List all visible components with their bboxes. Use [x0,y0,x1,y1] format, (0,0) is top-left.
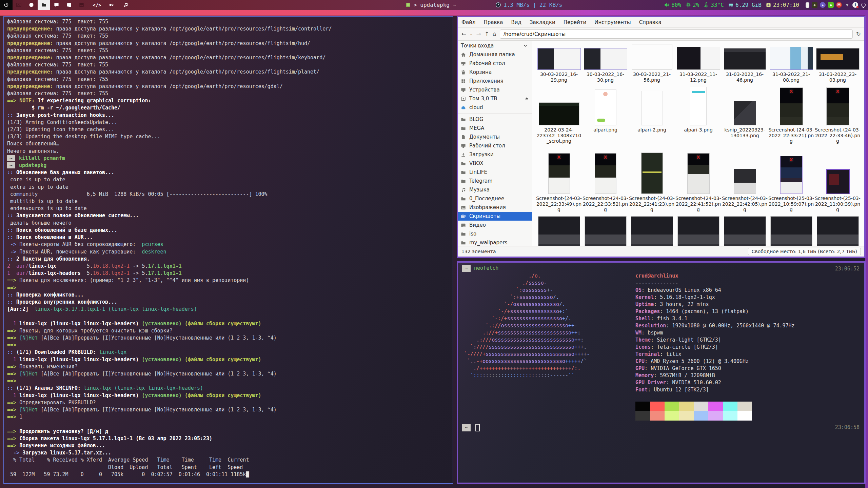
firefox-workspace-icon[interactable] [25,0,38,10]
folder-icon [461,117,467,122]
info-tray-icon[interactable]: i [852,2,858,8]
files-workspace-icon[interactable] [38,0,50,10]
chat-workspace-icon[interactable] [50,0,63,10]
file-item[interactable]: Screenshot-(24-03-2022_22:33:21).png [768,84,814,151]
sidebar-item-screenshots[interactable]: Скриншоты [458,212,532,221]
sidebar-item-label: Документы [469,134,500,140]
forward-button[interactable]: → [476,31,481,37]
file-item[interactable]: Screenshot-(24-03-2022_22:42:05).png [722,151,768,215]
home-button[interactable]: ⌂ [493,31,496,37]
back-button[interactable]: ← [461,31,466,37]
file-item[interactable] [582,215,629,246]
lamp-tray-icon[interactable] [806,2,809,8]
menu-Инструменты[interactable]: Инструменты [594,19,631,25]
file-item[interactable]: 30-03-2022_16-29.png [536,43,582,84]
sidebar-item-mega[interactable]: MEGA [458,124,532,133]
menu-Перейти[interactable]: Перейти [564,19,587,25]
file-item[interactable] [675,215,722,246]
sidebar-separator [458,113,532,114]
sidebar-item-wallpapers[interactable]: my_wallpapers [458,238,532,246]
file-item[interactable]: Screenshot-(24-03-2022_22:41:23).png [629,151,675,215]
sidebar-item-video[interactable]: Видео [458,221,532,229]
path-bar[interactable]: /home/crud/Скриншоты [500,29,853,39]
m-tray-icon[interactable]: M [836,2,842,8]
menu-Файл[interactable]: Файл [461,19,475,25]
info-label: Shell [635,316,651,322]
sidebar-item-telegram[interactable]: Telegram [458,177,532,185]
tri-tray-icon[interactable]: ▼ [844,2,850,8]
file-item[interactable]: Screenshot-(24-03-2022_22:33:49).png [536,151,582,215]
menu-Правка[interactable]: Правка [484,19,503,25]
sidebar-item-music[interactable]: Музыка [458,185,532,194]
menu-Закладки[interactable]: Закладки [530,19,555,25]
sidebar-item-desktop[interactable]: Рабочий стол [458,59,532,68]
terminal-line: -> Пакеты AUR, помеченные как устаревшие… [7,248,450,256]
music-icon[interactable] [118,0,133,10]
terminal-line: файловая система: 775 пакет: 755 [7,18,450,25]
file-item[interactable] [629,215,675,246]
sidebar-item-devices[interactable]: Устройства [458,85,532,94]
file-item[interactable] [722,215,768,246]
info-value: : 3 hours, 22 mins [654,301,709,307]
file-item[interactable]: 30-03-2022_16-30.png [582,43,629,84]
menu-Справка[interactable]: Справка [639,19,662,25]
file-item[interactable]: 2022-03-24-223742_1308x710_scrot.png [536,84,582,151]
sidebar-item-last[interactable]: 0_Последнее [458,194,532,203]
file-item[interactable]: alpari-3.png [675,84,722,151]
file-item[interactable]: Screenshot-(24-03-2022_22:33:52).png [582,151,629,215]
history-dropdown-icon[interactable]: ⌄ [470,32,473,36]
file-item[interactable]: ksnip_20220323-130133.png [722,84,768,151]
file-item[interactable]: Screenshot-(25-03-2022_11:00:39).png [814,151,861,215]
file-item[interactable]: alpari-2.png [629,84,675,151]
file-item[interactable]: Screenshot-(24-03-2022_22:41:52).png [675,151,722,215]
code-icon[interactable]: </> [90,0,104,10]
menu-Вид[interactable]: Вид [511,19,521,25]
bulb-tray-icon[interactable] [861,2,866,8]
file-item[interactable]: 31-03-2022_11-12.png [675,43,722,84]
neofetch-terminal-window[interactable]: 23:06:52 ~ neofetch ./o. ./sssso- `:osss… [457,261,866,484]
sidebar-item-downloads[interactable]: Загрузки [458,150,532,159]
sidebar-item-apps[interactable]: Приложения [458,77,532,85]
up-button[interactable]: ↑ [485,31,489,37]
terminal-workspace-icon[interactable] [13,0,25,10]
sidebar-item-desktop2[interactable]: Рабочий стол [458,141,532,150]
sidebar-item-linlife[interactable]: LinLIFE [458,168,532,177]
diamond-tray-icon[interactable]: ◈ [812,2,817,8]
sidebar-item-documents[interactable]: Документы [458,133,532,141]
file-item[interactable]: 30-03-2022_21-56.png [629,43,675,84]
file-item[interactable] [814,215,861,246]
ram-icon [728,2,733,7]
sidebar-item-pictures[interactable]: Изображения [458,203,532,212]
sidebar-item-iso[interactable]: iso [458,229,532,238]
reload-button[interactable]: ↻ [856,31,861,37]
file-item[interactable]: Screenshot-(25-03-2022_10:59:07).png [768,151,814,215]
file-item[interactable]: 31-03-2022_23-03.png [814,43,861,84]
sidebar-item-cloud[interactable]: cloud [458,103,532,112]
logo-line: `-:/+ssssssssssssssssso+/. [464,315,635,322]
sidebar-item-label: cloud [469,104,483,110]
file-item[interactable]: alpari.png [582,84,629,151]
terminal-line: предупреждение: права доступа различаютс… [7,83,450,90]
arrow-tray-icon[interactable]: ▲ [820,2,826,8]
sidebar-item-trash[interactable]: Корзина [458,68,532,77]
windows-workspace-icon[interactable] [63,0,75,10]
logo-line: `-////+sssssssssssssssssssssssssssso++++… [464,351,635,358]
terminal-window[interactable]: файловая система: 775 пакет: 755предупре… [3,16,453,484]
file-item[interactable] [768,215,814,246]
file-item[interactable]: 31-03-2022_16-46.png [722,43,768,84]
sidebar-item-vbox[interactable]: VBOX [458,159,532,168]
file-item[interactable] [536,215,582,246]
file-item[interactable]: Screenshot-(24-03-2022_22:33:46).png [814,84,861,151]
image-workspace-icon[interactable] [75,0,88,10]
feed-tray-icon[interactable]: ● [828,2,834,8]
music-icon [461,187,467,193]
file-name: Screenshot-(24-03-2022_22:33:49).png [536,196,582,212]
sidebar-item-blog[interactable]: BLOG [458,115,532,124]
sidebar-item-volume[interactable]: Том 3,0 ТВ [458,94,532,103]
places-selector[interactable]: Точки входа [458,42,532,50]
key-icon[interactable] [104,0,118,10]
file-item[interactable]: 31-03-2022_21-08.png [768,43,814,84]
eject-icon[interactable] [524,96,529,101]
power-workspace-icon[interactable] [0,0,13,10]
sidebar-item-home[interactable]: Домашняя папка [458,50,532,59]
